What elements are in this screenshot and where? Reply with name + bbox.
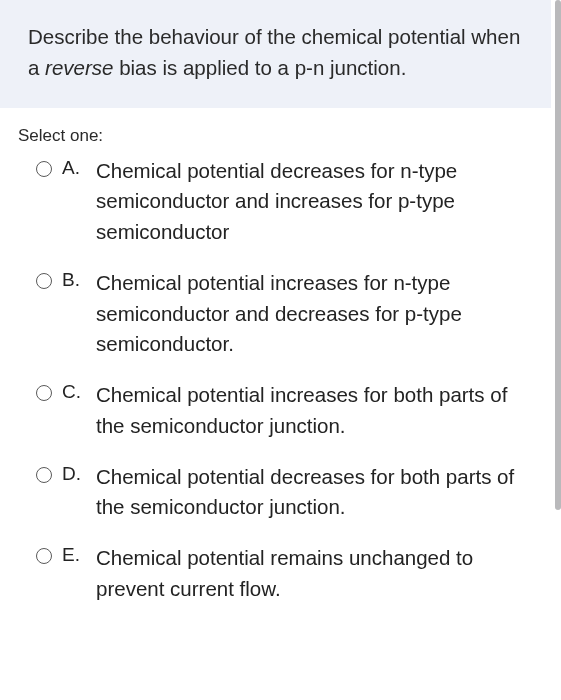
question-box: Describe the behaviour of the chemical p… xyxy=(0,0,551,108)
radio-d[interactable] xyxy=(36,467,52,483)
scrollbar-thumb[interactable] xyxy=(555,0,561,510)
option-letter: C. xyxy=(62,381,84,403)
option-text: Chemical potential decreases for both pa… xyxy=(96,462,541,524)
option-e[interactable]: E. Chemical potential remains unchanged … xyxy=(36,543,541,605)
radio-e[interactable] xyxy=(36,548,52,564)
option-a[interactable]: A. Chemical potential decreases for n-ty… xyxy=(36,156,541,248)
option-b[interactable]: B. Chemical potential increases for n-ty… xyxy=(36,268,541,360)
options-list: A. Chemical potential decreases for n-ty… xyxy=(18,156,541,605)
option-text: Chemical potential decreases for n-type … xyxy=(96,156,541,248)
radio-a[interactable] xyxy=(36,161,52,177)
option-letter: E. xyxy=(62,544,84,566)
option-letter: D. xyxy=(62,463,84,485)
option-letter: B. xyxy=(62,269,84,291)
radio-b[interactable] xyxy=(36,273,52,289)
option-c[interactable]: C. Chemical potential increases for both… xyxy=(36,380,541,442)
option-text: Chemical potential remains unchanged to … xyxy=(96,543,541,605)
radio-c[interactable] xyxy=(36,385,52,401)
select-one-label: Select one: xyxy=(18,126,541,146)
question-text-italic: reverse xyxy=(45,56,113,79)
scrollbar-track[interactable] xyxy=(553,0,561,700)
option-letter: A. xyxy=(62,157,84,179)
question-text-suffix: bias is applied to a p-n junction. xyxy=(113,56,406,79)
quiz-content: Describe the behaviour of the chemical p… xyxy=(0,0,561,605)
option-d[interactable]: D. Chemical potential decreases for both… xyxy=(36,462,541,524)
option-text: Chemical potential increases for n-type … xyxy=(96,268,541,360)
answer-area: Select one: A. Chemical potential decrea… xyxy=(0,108,551,605)
option-text: Chemical potential increases for both pa… xyxy=(96,380,541,442)
